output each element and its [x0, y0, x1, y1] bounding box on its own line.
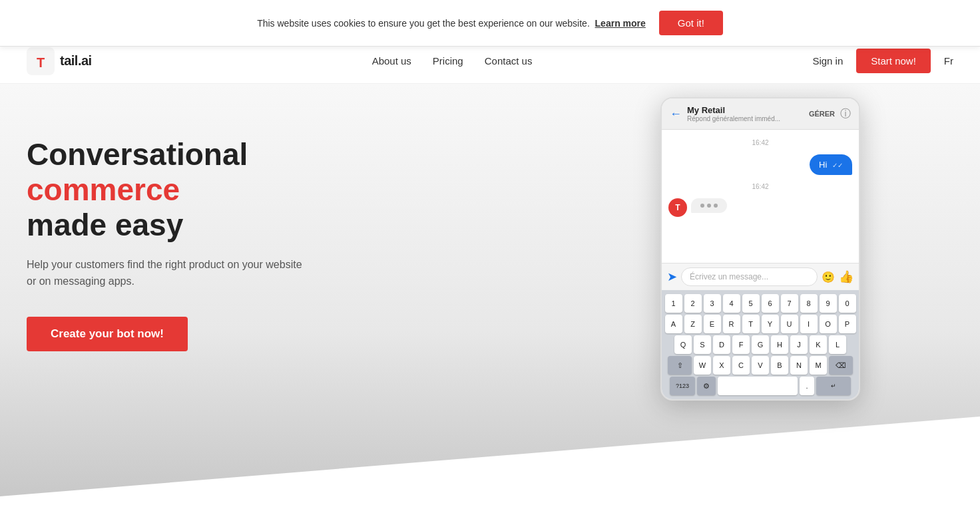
- key-i[interactable]: I: [800, 315, 818, 333]
- hero-content: Conversational commerce made easy Help y…: [27, 124, 399, 351]
- key-h[interactable]: H: [771, 335, 788, 354]
- key-w[interactable]: W: [694, 356, 711, 375]
- key-9[interactable]: 9: [820, 294, 837, 313]
- chat-body: 16:42 Hi ✓✓ 16:42 T: [662, 130, 859, 263]
- hero-title-plain: Conversational: [27, 137, 248, 172]
- typing-dot-1: [700, 204, 704, 208]
- nav-pricing[interactable]: Pricing: [433, 55, 463, 67]
- chat-input-area: ➤ Écrivez un message... 🙂 👍: [662, 263, 859, 290]
- key-z[interactable]: Z: [684, 315, 702, 333]
- key-1[interactable]: 1: [665, 294, 682, 313]
- key-d[interactable]: D: [713, 335, 730, 354]
- chat-time-2: 16:42: [668, 183, 852, 190]
- key-p[interactable]: P: [839, 315, 856, 333]
- got-it-button[interactable]: Got it!: [659, 11, 723, 35]
- logo-text: tail.ai: [60, 53, 92, 69]
- key-7[interactable]: 7: [781, 294, 798, 313]
- phone-frame: ← My Retail Répond généralement imméd...…: [660, 97, 860, 401]
- key-f[interactable]: F: [732, 335, 750, 354]
- svg-text:T: T: [37, 55, 45, 70]
- chat-typing-indicator: [691, 198, 727, 213]
- create-bot-button[interactable]: Create your bot now!: [27, 317, 188, 351]
- guide-section: Guide and advise as a salesperson: [0, 496, 980, 511]
- key-l[interactable]: L: [829, 335, 846, 354]
- key-a[interactable]: A: [665, 315, 682, 333]
- keyboard-row-azerty3: ⇧ W X C V B N M ⌫: [664, 356, 856, 375]
- chat-subtitle: Répond généralement imméd...: [687, 115, 804, 122]
- start-button[interactable]: Start now!: [856, 49, 931, 73]
- key-6[interactable]: 6: [762, 294, 779, 313]
- chat-header: ← My Retail Répond généralement imméd...…: [662, 98, 859, 130]
- nav-right: Sign in Start now! Fr: [812, 49, 953, 73]
- nav-about-us[interactable]: About us: [372, 55, 411, 67]
- chat-manage-button[interactable]: GÉRER: [809, 110, 835, 118]
- keyboard-row-azerty2: Q S D F G H J K L: [664, 335, 856, 354]
- nav-contact-us[interactable]: Contact us: [485, 55, 533, 67]
- key-4[interactable]: 4: [723, 294, 740, 313]
- key-c[interactable]: C: [732, 356, 750, 375]
- keyboard: 1 2 3 4 5 6 7 8 9 0 A Z E R T: [662, 290, 859, 399]
- logo-icon: T: [27, 47, 55, 75]
- cookie-banner: This website uses cookies to ensure you …: [0, 0, 980, 47]
- message-checkmarks: ✓✓: [832, 162, 843, 169]
- cookie-message: This website uses cookies to ensure you …: [257, 18, 646, 29]
- typing-dot-2: [707, 204, 711, 208]
- logo[interactable]: T tail.ai: [27, 47, 92, 75]
- key-return[interactable]: ↵: [816, 377, 851, 395]
- key-y[interactable]: Y: [762, 315, 779, 333]
- key-o[interactable]: O: [820, 315, 837, 333]
- key-q[interactable]: Q: [674, 335, 692, 354]
- keyboard-row-numbers: 1 2 3 4 5 6 7 8 9 0: [664, 294, 856, 313]
- key-e[interactable]: E: [704, 315, 721, 333]
- key-0[interactable]: 0: [839, 294, 856, 313]
- key-8[interactable]: 8: [800, 294, 818, 313]
- chat-info-icon[interactable]: ⓘ: [840, 107, 851, 121]
- key-5[interactable]: 5: [742, 294, 760, 313]
- chat-back-icon[interactable]: ←: [670, 107, 682, 121]
- bot-avatar: T: [668, 198, 687, 217]
- hero-subtitle: Help your customers find the right produ…: [27, 256, 306, 290]
- language-selector[interactable]: Fr: [944, 55, 953, 67]
- chat-bubble-left: T: [668, 198, 727, 217]
- chat-send-icon[interactable]: ➤: [667, 269, 677, 284]
- key-2[interactable]: 2: [684, 294, 702, 313]
- typing-dot-3: [714, 204, 718, 208]
- key-u[interactable]: U: [781, 315, 798, 333]
- key-t[interactable]: T: [742, 315, 760, 333]
- key-g[interactable]: G: [752, 335, 769, 354]
- hero-title-highlight: commerce: [27, 172, 180, 207]
- key-n[interactable]: N: [790, 356, 808, 375]
- chat-bubble-hi: Hi ✓✓: [810, 154, 852, 175]
- keyboard-row-bottom: ?123 ⚙ . ↵: [664, 377, 856, 395]
- nav-links: About us Pricing Contact us: [372, 55, 533, 67]
- chat-like-icon[interactable]: 👍: [839, 269, 854, 284]
- sign-in-link[interactable]: Sign in: [812, 55, 843, 67]
- key-period[interactable]: .: [800, 377, 814, 395]
- chat-time-1: 16:42: [668, 139, 852, 146]
- key-x[interactable]: X: [713, 356, 730, 375]
- key-b[interactable]: B: [771, 356, 788, 375]
- key-3[interactable]: 3: [704, 294, 721, 313]
- hero-title: Conversational commerce made easy: [27, 137, 399, 243]
- key-r[interactable]: R: [723, 315, 740, 333]
- key-settings[interactable]: ⚙: [697, 377, 716, 395]
- key-num[interactable]: ?123: [670, 377, 695, 395]
- key-delete[interactable]: ⌫: [829, 356, 853, 375]
- chat-header-info: My Retail Répond généralement imméd...: [687, 105, 804, 122]
- phone-mockup: ← My Retail Répond généralement imméd...…: [660, 97, 860, 401]
- key-s[interactable]: S: [694, 335, 711, 354]
- key-j[interactable]: J: [790, 335, 808, 354]
- key-shift[interactable]: ⇧: [668, 356, 692, 375]
- keyboard-row-azerty1: A Z E R T Y U I O P: [664, 315, 856, 333]
- chat-emoji-icon[interactable]: 🙂: [822, 271, 835, 283]
- key-m[interactable]: M: [810, 356, 827, 375]
- hero-title-line2: made easy: [27, 208, 183, 242]
- key-k[interactable]: K: [810, 335, 827, 354]
- chat-input-field[interactable]: Écrivez un message...: [681, 267, 818, 286]
- key-space[interactable]: [718, 377, 798, 395]
- key-v[interactable]: V: [752, 356, 769, 375]
- chat-title: My Retail: [687, 105, 804, 115]
- learn-more-link[interactable]: Learn more: [595, 18, 646, 29]
- hero-section: Conversational commerce made easy Help y…: [0, 84, 980, 496]
